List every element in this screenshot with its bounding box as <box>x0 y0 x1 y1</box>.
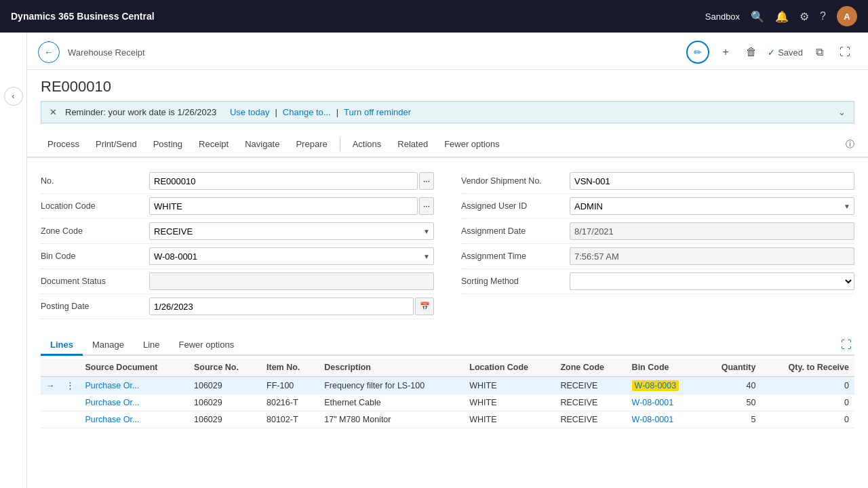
field-assigned-user-id-label: Assigned User ID <box>461 201 570 211</box>
tab-fewer-options[interactable]: Fewer options <box>170 336 244 356</box>
edit-button[interactable]: ✏ <box>686 41 709 64</box>
field-vendor-shipment-no-label: Vendor Shipment No. <box>461 176 570 186</box>
cell-description: Ethernet Cable <box>319 394 464 411</box>
field-no-label: No. <box>41 176 149 186</box>
table-row[interactable]: Purchase Or...10602980216-TEthernet Cabl… <box>41 394 854 411</box>
reminder-text: Reminder: your work date is 1/26/2023 <box>65 107 216 117</box>
reminder-close-button[interactable]: ✕ <box>50 107 57 117</box>
field-bin-code-label: Bin Code <box>41 251 149 261</box>
toolbar-related[interactable]: Related <box>391 136 435 152</box>
toolbar-prepare[interactable]: Prepare <box>289 136 334 152</box>
cell-source-document: Purchase Or... <box>80 394 189 411</box>
notification-icon[interactable]: 🔔 <box>775 10 789 23</box>
cell-location-code: WHITE <box>464 377 555 394</box>
field-document-status-label: Document Status <box>41 277 149 286</box>
toolbar-process[interactable]: Process <box>41 136 86 152</box>
fullscreen-button[interactable]: ⛶ <box>835 43 854 62</box>
delete-button[interactable]: 🗑 <box>742 43 761 62</box>
cell-item-no: FF-100 <box>261 377 319 394</box>
reminder-change-to-link[interactable]: Change to... <box>283 107 331 117</box>
row-more-menu <box>60 411 80 428</box>
zone-code-dropdown: RECEIVE ▼ <box>149 222 434 240</box>
source-document-link[interactable]: Purchase Or... <box>85 415 140 424</box>
form-right-column: Vendor Shipment No. Assigned User ID ADM… <box>461 169 854 319</box>
document-status-input[interactable] <box>149 272 434 290</box>
cell-zone-code: RECEIVE <box>555 394 626 411</box>
sidebar-toggle: ‹ <box>0 33 27 488</box>
field-location-code: Location Code ··· <box>41 194 434 219</box>
field-posting-date-value: 📅 <box>149 298 434 315</box>
posting-date-input-group: 📅 <box>149 298 434 315</box>
row-more-menu <box>60 394 80 411</box>
sorting-method-select[interactable] <box>570 272 854 290</box>
reminder-use-today-link[interactable]: Use today <box>230 107 270 117</box>
vendor-shipment-no-input[interactable] <box>570 172 854 190</box>
page-header: ← Warehouse Receipt ✏ + 🗑 ✓ Saved ⧉ ⛶ <box>27 33 868 70</box>
col-bin-code-header: Bin Code <box>627 359 703 377</box>
location-code-ellipsis-button[interactable]: ··· <box>419 197 434 215</box>
row-more-menu: ⋮ <box>60 377 80 394</box>
field-assignment-date-value <box>570 222 854 240</box>
field-document-status-value <box>149 272 434 290</box>
assigned-user-id-select[interactable]: ADMIN <box>570 197 854 215</box>
toolbar-navigate[interactable]: Navigate <box>238 136 286 152</box>
avatar[interactable]: A <box>837 6 857 26</box>
collapse-button[interactable]: ‹ <box>4 87 23 106</box>
field-assigned-user-id-value: ADMIN ▼ <box>570 197 854 215</box>
bin-code-link[interactable]: W-08-0001 <box>632 415 674 424</box>
cell-location-code: WHITE <box>464 411 555 428</box>
tab-manage[interactable]: Manage <box>83 336 134 356</box>
field-no-value: ··· <box>149 172 434 190</box>
tab-line[interactable]: Line <box>134 336 170 356</box>
settings-icon[interactable]: ⚙ <box>800 10 809 23</box>
toolbar-fewer-options[interactable]: Fewer options <box>437 136 507 152</box>
col-more-header <box>60 359 80 377</box>
location-code-input[interactable] <box>149 197 418 215</box>
col-arrow-header <box>41 359 60 377</box>
toolbar-actions[interactable]: Actions <box>346 136 389 152</box>
bin-code-link[interactable]: W-08-0003 <box>632 380 679 391</box>
page-content: ← Warehouse Receipt ✏ + 🗑 ✓ Saved ⧉ ⛶ RE… <box>27 33 868 488</box>
back-button[interactable]: ← <box>38 41 60 63</box>
table-row[interactable]: Purchase Or...10602980102-T17" M780 Moni… <box>41 411 854 428</box>
cell-source-no: 106029 <box>189 377 261 394</box>
source-document-link[interactable]: Purchase Or... <box>85 381 140 390</box>
toolbar: Process Print/Send Posting Receipt Navig… <box>27 131 868 158</box>
help-icon[interactable]: ? <box>820 10 826 22</box>
calendar-button[interactable]: 📅 <box>415 298 434 315</box>
toolbar-print-send[interactable]: Print/Send <box>89 136 144 152</box>
check-icon: ✓ <box>768 47 775 58</box>
reminder-turn-off-link[interactable]: Turn off reminder <box>344 107 411 117</box>
row-more-button[interactable]: ⋮ <box>66 381 75 390</box>
toolbar-receipt[interactable]: Receipt <box>192 136 235 152</box>
cell-zone-code: RECEIVE <box>555 411 626 428</box>
posting-date-input[interactable] <box>149 298 414 315</box>
source-document-link[interactable]: Purchase Or... <box>85 398 140 407</box>
field-zone-code: Zone Code RECEIVE ▼ <box>41 219 434 244</box>
search-icon[interactable]: 🔍 <box>751 10 764 23</box>
no-ellipsis-button[interactable]: ··· <box>419 172 434 190</box>
bin-code-link[interactable]: W-08-0001 <box>632 398 674 407</box>
field-sorting-method-value <box>570 272 854 290</box>
reminder-chevron-icon[interactable]: ⌄ <box>838 107 846 117</box>
field-zone-code-label: Zone Code <box>41 226 149 236</box>
zone-code-select[interactable]: RECEIVE <box>149 222 434 240</box>
saved-status: ✓ Saved <box>768 47 803 58</box>
lines-expand-button[interactable]: ⛶ <box>838 336 854 354</box>
open-new-window-button[interactable]: ⧉ <box>810 43 829 62</box>
reminder-banner: ✕ Reminder: your work date is 1/26/2023 … <box>41 101 854 123</box>
field-location-code-value: ··· <box>149 197 434 215</box>
form-left-column: No. ··· Location Code ··· <box>41 169 434 319</box>
lines-table: Source Document Source No. Item No. Desc… <box>41 359 854 428</box>
field-assignment-time-label: Assignment Time <box>461 251 570 261</box>
field-document-status: Document Status <box>41 269 434 294</box>
tab-lines[interactable]: Lines <box>41 336 83 356</box>
bin-code-select[interactable]: W-08-0001 <box>149 247 434 265</box>
toolbar-posting[interactable]: Posting <box>146 136 189 152</box>
row-arrow-icon: → <box>46 381 55 390</box>
no-input[interactable] <box>149 172 418 190</box>
table-row[interactable]: →⋮Purchase Or...106029FF-100Frequency fi… <box>41 377 854 394</box>
info-icon[interactable]: ⓘ <box>846 138 854 150</box>
cell-description: Frequency filter for LS-100 <box>319 377 464 394</box>
add-button[interactable]: + <box>716 43 735 62</box>
